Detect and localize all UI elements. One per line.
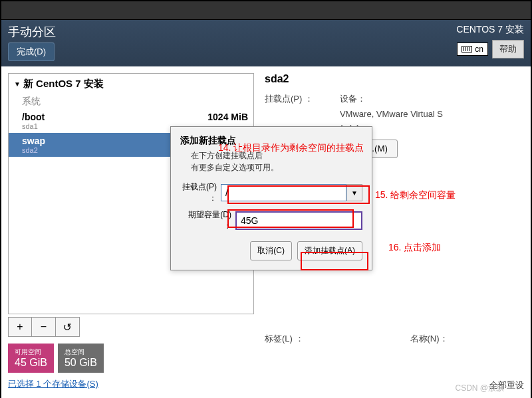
install-target-header[interactable]: ▼ 新 CentOS 7 安装 [9,74,253,94]
keyboard-lang: cn [475,45,483,54]
mount-point-input[interactable] [221,184,346,201]
reload-button[interactable]: ↻ [56,317,80,337]
header: 手动分区 完成(D) CENTOS 7 安装 cn 帮助 [1,20,531,66]
storage-devices-link[interactable]: 已选择 1 个存储设备(S) [8,378,254,390]
done-button[interactable]: 完成(D) [8,43,55,61]
page-title: 手动分区 [8,24,56,40]
dialog-title: 添加新挂载点 [180,135,362,147]
reload-icon: ↻ [63,321,72,334]
install-title: CENTOS 7 安装 [456,24,524,36]
capacity-input[interactable] [235,211,362,230]
dialog-desc-2: 有更多自定义选项可用。 [191,161,362,173]
total-space-box: 总空间 50 GiB [58,344,104,373]
help-button[interactable]: 帮助 [492,40,524,58]
device-heading: 设备： [340,93,443,105]
remove-partition-button[interactable]: − [32,317,56,337]
watermark: CSDN @放纵 [455,383,504,394]
keyboard-icon [462,46,472,52]
dialog-capacity-label: 期望容量(D) ： [180,209,231,232]
dialog-desc-1: 在下方创建挂载点后 [191,149,362,161]
disclosure-triangle-icon: ▼ [14,80,21,88]
mount-point-dropdown-button[interactable]: ▼ [346,184,362,201]
device-value: VMware, VMware Virtual S [340,109,443,119]
selected-partition-title: sda2 [265,73,519,85]
window-titlebar [1,1,531,20]
mount-point-label: 挂载点(P) ： [265,93,313,105]
cancel-button[interactable]: 取消(C) [250,241,292,260]
label-field-label: 标签(L) ： [265,333,304,345]
add-partition-button[interactable]: + [8,317,32,337]
name-field-label: 名称(N)： [410,333,448,345]
dialog-mount-label: 挂载点(P) ： [180,181,217,204]
keyboard-layout[interactable]: cn [457,43,488,56]
available-space-box: 可用空间 45 GiB [8,344,54,373]
add-mount-point-button[interactable]: 添加挂载点(A) [297,241,362,260]
add-mount-point-dialog: 添加新挂载点 在下方创建挂载点后 有更多自定义选项可用。 挂载点(P) ： ▼ … [170,126,372,270]
system-section-label: 系统 [9,94,253,109]
